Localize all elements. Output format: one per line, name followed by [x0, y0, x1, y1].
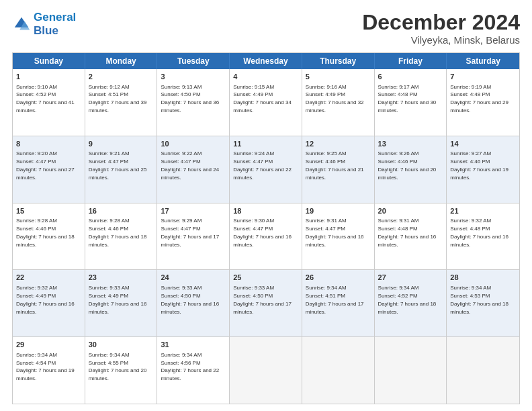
day-number: 25 — [233, 273, 298, 283]
day-info: Sunrise: 9:22 AMSunset: 4:47 PMDaylight:… — [161, 150, 219, 181]
day-cell-20: 20Sunrise: 9:31 AMSunset: 4:48 PMDayligh… — [375, 203, 447, 270]
day-cell-24: 24Sunrise: 9:33 AMSunset: 4:50 PMDayligh… — [157, 270, 230, 336]
day-number: 23 — [89, 273, 154, 283]
col-saturday: Saturday — [447, 53, 519, 69]
calendar-week-5: 29Sunrise: 9:34 AMSunset: 4:54 PMDayligh… — [13, 337, 519, 404]
day-number: 26 — [306, 273, 371, 283]
day-info: Sunrise: 9:34 AMSunset: 4:54 PMDaylight:… — [16, 352, 75, 382]
day-cell-29: 29Sunrise: 9:34 AMSunset: 4:54 PMDayligh… — [13, 337, 85, 404]
day-info: Sunrise: 9:31 AMSunset: 4:48 PMDaylight:… — [378, 218, 437, 248]
day-info: Sunrise: 9:13 AMSunset: 4:50 PMDaylight:… — [161, 84, 219, 114]
day-number: 17 — [161, 206, 226, 216]
day-info: Sunrise: 9:16 AMSunset: 4:49 PMDaylight:… — [306, 84, 364, 114]
day-number: 5 — [306, 72, 371, 82]
day-cell-8: 8Sunrise: 9:20 AMSunset: 4:47 PMDaylight… — [13, 136, 85, 203]
day-number: 29 — [16, 340, 81, 350]
day-cell-5: 5Sunrise: 9:16 AMSunset: 4:49 PMDaylight… — [302, 69, 375, 136]
day-number: 6 — [378, 72, 443, 82]
col-thursday: Thursday — [302, 53, 375, 69]
day-cell-2: 2Sunrise: 9:12 AMSunset: 4:51 PMDaylight… — [85, 69, 158, 136]
calendar-header-row: Sunday Monday Tuesday Wednesday Thursday… — [13, 53, 519, 69]
day-number: 28 — [450, 273, 516, 283]
day-number: 11 — [233, 139, 298, 149]
header: General Blue December 2024 Vilyeyka, Min… — [12, 11, 520, 46]
day-cell-28: 28Sunrise: 9:34 AMSunset: 4:53 PMDayligh… — [447, 270, 519, 336]
day-info: Sunrise: 9:34 AMSunset: 4:53 PMDaylight:… — [450, 285, 508, 315]
day-number: 16 — [89, 206, 154, 216]
day-number: 21 — [450, 206, 516, 216]
day-cell-15: 15Sunrise: 9:28 AMSunset: 4:46 PMDayligh… — [13, 203, 85, 270]
calendar-week-1: 1Sunrise: 9:10 AMSunset: 4:52 PMDaylight… — [13, 69, 519, 136]
title-block: December 2024 Vilyeyka, Minsk, Belarus — [362, 11, 520, 46]
day-cell-27: 27Sunrise: 9:34 AMSunset: 4:52 PMDayligh… — [375, 270, 447, 336]
day-cell-18: 18Sunrise: 9:30 AMSunset: 4:47 PMDayligh… — [230, 203, 302, 270]
day-info: Sunrise: 9:25 AMSunset: 4:46 PMDaylight:… — [306, 150, 364, 181]
day-cell-3: 3Sunrise: 9:13 AMSunset: 4:50 PMDaylight… — [157, 69, 230, 136]
day-cell-25: 25Sunrise: 9:33 AMSunset: 4:50 PMDayligh… — [230, 270, 302, 336]
calendar-body: 1Sunrise: 9:10 AMSunset: 4:52 PMDaylight… — [13, 69, 519, 404]
logo-text: General Blue — [34, 11, 76, 38]
calendar-week-3: 15Sunrise: 9:28 AMSunset: 4:46 PMDayligh… — [13, 203, 519, 271]
calendar: Sunday Monday Tuesday Wednesday Thursday… — [12, 52, 520, 404]
day-number: 4 — [233, 72, 298, 82]
day-cell-26: 26Sunrise: 9:34 AMSunset: 4:51 PMDayligh… — [302, 270, 375, 336]
day-cell-31: 31Sunrise: 9:34 AMSunset: 4:56 PMDayligh… — [157, 337, 230, 404]
day-number: 3 — [161, 72, 226, 82]
calendar-week-4: 22Sunrise: 9:32 AMSunset: 4:49 PMDayligh… — [13, 270, 519, 337]
empty-cell — [447, 337, 519, 404]
day-number: 13 — [378, 139, 443, 149]
day-cell-16: 16Sunrise: 9:28 AMSunset: 4:46 PMDayligh… — [85, 203, 158, 270]
day-info: Sunrise: 9:32 AMSunset: 4:49 PMDaylight:… — [16, 285, 75, 315]
day-info: Sunrise: 9:21 AMSunset: 4:47 PMDaylight:… — [89, 150, 147, 181]
day-cell-30: 30Sunrise: 9:34 AMSunset: 4:55 PMDayligh… — [85, 337, 158, 404]
day-info: Sunrise: 9:12 AMSunset: 4:51 PMDaylight:… — [89, 84, 147, 114]
day-number: 30 — [89, 340, 154, 350]
day-info: Sunrise: 9:15 AMSunset: 4:49 PMDaylight:… — [233, 84, 292, 114]
day-info: Sunrise: 9:34 AMSunset: 4:55 PMDaylight:… — [89, 352, 147, 382]
day-info: Sunrise: 9:27 AMSunset: 4:46 PMDaylight:… — [450, 150, 508, 181]
col-tuesday: Tuesday — [157, 53, 230, 69]
day-cell-19: 19Sunrise: 9:31 AMSunset: 4:47 PMDayligh… — [302, 203, 375, 270]
logo: General Blue — [12, 11, 76, 38]
day-number: 12 — [306, 139, 371, 149]
day-number: 18 — [233, 206, 298, 216]
logo-line2: Blue — [34, 24, 58, 37]
day-number: 10 — [161, 139, 226, 149]
col-monday: Monday — [85, 53, 158, 69]
day-info: Sunrise: 9:19 AMSunset: 4:48 PMDaylight:… — [450, 84, 508, 114]
day-number: 9 — [89, 139, 154, 149]
empty-cell — [375, 337, 447, 404]
day-cell-9: 9Sunrise: 9:21 AMSunset: 4:47 PMDaylight… — [85, 136, 158, 203]
day-cell-22: 22Sunrise: 9:32 AMSunset: 4:49 PMDayligh… — [13, 270, 85, 336]
day-info: Sunrise: 9:28 AMSunset: 4:46 PMDaylight:… — [16, 218, 75, 248]
day-cell-23: 23Sunrise: 9:33 AMSunset: 4:49 PMDayligh… — [85, 270, 158, 336]
day-number: 7 — [450, 72, 516, 82]
empty-cell — [302, 337, 375, 404]
day-info: Sunrise: 9:20 AMSunset: 4:47 PMDaylight:… — [16, 150, 75, 181]
logo-icon — [12, 15, 31, 34]
day-info: Sunrise: 9:10 AMSunset: 4:52 PMDaylight:… — [16, 84, 75, 114]
calendar-title: December 2024 — [362, 11, 520, 34]
day-info: Sunrise: 9:33 AMSunset: 4:50 PMDaylight:… — [233, 285, 292, 315]
day-cell-12: 12Sunrise: 9:25 AMSunset: 4:46 PMDayligh… — [302, 136, 375, 203]
day-info: Sunrise: 9:30 AMSunset: 4:47 PMDaylight:… — [233, 218, 292, 248]
day-number: 19 — [306, 206, 371, 216]
day-info: Sunrise: 9:28 AMSunset: 4:46 PMDaylight:… — [89, 218, 147, 248]
day-number: 14 — [450, 139, 516, 149]
day-cell-13: 13Sunrise: 9:26 AMSunset: 4:46 PMDayligh… — [375, 136, 447, 203]
day-info: Sunrise: 9:34 AMSunset: 4:56 PMDaylight:… — [161, 352, 219, 382]
day-info: Sunrise: 9:31 AMSunset: 4:47 PMDaylight:… — [306, 218, 364, 248]
day-cell-21: 21Sunrise: 9:32 AMSunset: 4:48 PMDayligh… — [447, 203, 519, 270]
day-number: 20 — [378, 206, 443, 216]
day-number: 31 — [161, 340, 226, 350]
day-cell-7: 7Sunrise: 9:19 AMSunset: 4:48 PMDaylight… — [447, 69, 519, 136]
col-sunday: Sunday — [13, 53, 85, 69]
day-cell-10: 10Sunrise: 9:22 AMSunset: 4:47 PMDayligh… — [157, 136, 230, 203]
day-number: 24 — [161, 273, 226, 283]
col-friday: Friday — [375, 53, 447, 69]
day-cell-17: 17Sunrise: 9:29 AMSunset: 4:47 PMDayligh… — [157, 203, 230, 270]
page: General Blue December 2024 Vilyeyka, Min… — [0, 0, 532, 411]
day-info: Sunrise: 9:17 AMSunset: 4:48 PMDaylight:… — [378, 84, 437, 114]
col-wednesday: Wednesday — [230, 53, 302, 69]
day-number: 2 — [89, 72, 154, 82]
